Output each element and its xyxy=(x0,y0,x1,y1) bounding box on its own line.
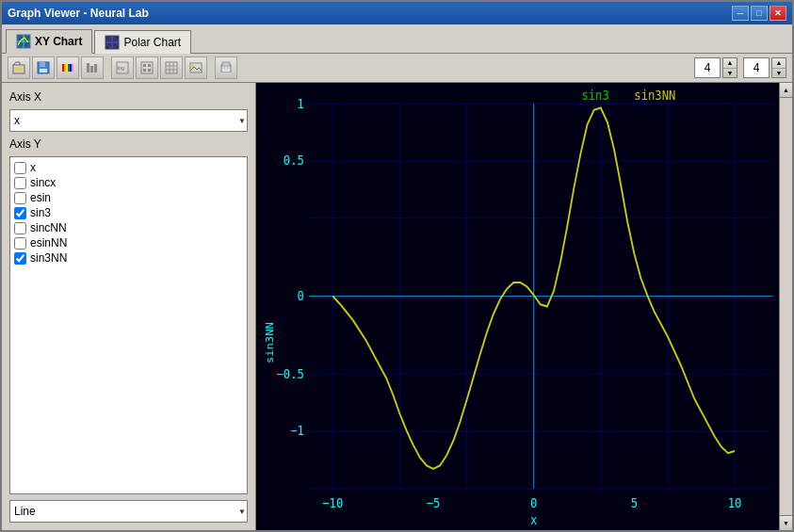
svg-rect-15 xyxy=(64,64,66,72)
axis-x-select[interactable]: x xyxy=(9,109,248,132)
toolbar-image-btn[interactable] xyxy=(185,56,207,79)
title-bar-controls: ─ □ ✕ xyxy=(732,6,786,21)
checkbox-esinNN[interactable] xyxy=(14,237,26,250)
svg-rect-22 xyxy=(94,64,97,73)
svg-text:1: 1 xyxy=(297,96,303,111)
spinner2-up[interactable]: ▲ xyxy=(772,58,786,69)
axis-y-list: x sincx esin sin3 sincNN xyxy=(9,156,248,494)
spinner2-value: 4 xyxy=(743,57,770,78)
svg-text:sin3NN: sin3NN xyxy=(634,88,675,103)
svg-rect-14 xyxy=(62,64,64,72)
tab-polar[interactable]: Polar Chart xyxy=(94,30,191,54)
svg-rect-13 xyxy=(40,69,47,73)
svg-text:0: 0 xyxy=(297,288,303,303)
checkbox-sincx[interactable] xyxy=(14,177,26,189)
minimize-button[interactable]: ─ xyxy=(732,6,749,21)
spinner2-down[interactable]: ▼ xyxy=(772,69,786,78)
chart-type-select[interactable]: Line Bar Scatter xyxy=(9,500,248,523)
svg-rect-26 xyxy=(143,64,146,67)
main-window: Graph Viewer - Neural Lab ─ □ ✕ XY Chart xyxy=(0,0,794,532)
toolbar-settings-btn[interactable] xyxy=(136,56,158,79)
settings-icon xyxy=(140,61,154,74)
svg-rect-12 xyxy=(40,62,45,67)
spinner1-value: 4 xyxy=(694,57,721,78)
svg-rect-17 xyxy=(68,64,70,72)
chart-area: 1 0.5 0 −0.5 −1 −10 −5 0 5 10 sin3NN x s… xyxy=(256,83,792,530)
chart-type-select-wrapper: Line Bar Scatter ▼ xyxy=(9,500,248,523)
grid-icon xyxy=(165,61,178,74)
maximize-button[interactable]: □ xyxy=(751,6,768,21)
svg-rect-38 xyxy=(222,62,230,66)
list-item[interactable]: sin3NN xyxy=(14,251,243,265)
tab-xy[interactable]: XY Chart xyxy=(6,29,92,54)
axis-y-label: Axis Y xyxy=(9,137,248,151)
scrollbar-up-btn[interactable]: ▲ xyxy=(780,83,792,98)
spinner1-down[interactable]: ▼ xyxy=(723,69,737,78)
toolbar-open-btn[interactable] xyxy=(8,56,30,79)
save-icon xyxy=(37,61,50,74)
axis-x-label: Axis X xyxy=(9,90,248,104)
list-item[interactable]: sincx xyxy=(14,176,243,189)
svg-rect-18 xyxy=(70,64,72,72)
tab-xy-label: XY Chart xyxy=(35,35,82,48)
svg-rect-29 xyxy=(148,69,151,72)
list-item[interactable]: esin xyxy=(14,191,243,204)
svg-rect-41 xyxy=(256,83,792,530)
main-content: Axis X x ▼ Axis Y x sincx es xyxy=(2,83,792,530)
chart-scrollbar: ▲ ▼ xyxy=(779,83,792,530)
checkbox-esin[interactable] xyxy=(14,192,26,204)
spinner2-arrows: ▲ ▼ xyxy=(771,57,786,78)
toolbar-print-btn[interactable] xyxy=(215,56,237,79)
svg-text:−1: −1 xyxy=(290,424,304,439)
svg-text:sin3NN: sin3NN xyxy=(264,322,276,363)
log-icon: log xyxy=(116,61,129,74)
bars-icon xyxy=(86,61,99,74)
svg-rect-28 xyxy=(143,69,146,72)
checkbox-x[interactable] xyxy=(14,162,26,174)
list-item[interactable]: sincNN xyxy=(14,221,243,234)
left-panel: Axis X x ▼ Axis Y x sincx es xyxy=(2,83,256,530)
title-bar-title: Graph Viewer - Neural Lab xyxy=(8,7,149,20)
axis-x-select-wrapper: x ▼ xyxy=(9,109,248,132)
list-item[interactable]: esinNN xyxy=(14,236,243,250)
svg-text:x: x xyxy=(530,513,538,528)
open-icon xyxy=(12,61,25,74)
window-title: Graph Viewer - Neural Lab xyxy=(8,7,149,20)
toolbar-save-btn[interactable] xyxy=(32,56,55,79)
spinner1-up[interactable]: ▲ xyxy=(723,58,737,69)
svg-rect-25 xyxy=(141,62,153,73)
print-icon xyxy=(219,61,233,74)
scrollbar-down-btn[interactable]: ▼ xyxy=(780,515,792,530)
polar-chart-icon xyxy=(105,35,120,50)
svg-rect-20 xyxy=(87,63,89,73)
spinner2: 4 ▲ ▼ xyxy=(743,57,786,78)
toolbar: log xyxy=(2,53,792,83)
checkbox-sin3[interactable] xyxy=(14,207,26,219)
svg-text:10: 10 xyxy=(728,495,742,510)
svg-text:0: 0 xyxy=(530,495,537,510)
svg-rect-30 xyxy=(166,62,177,73)
svg-text:sin3: sin3 xyxy=(581,88,608,103)
svg-rect-35 xyxy=(190,63,202,73)
svg-rect-16 xyxy=(66,64,68,72)
svg-text:5: 5 xyxy=(631,495,638,510)
svg-rect-21 xyxy=(90,66,93,73)
close-button[interactable]: ✕ xyxy=(770,6,786,21)
list-item[interactable]: sin3 xyxy=(14,206,243,219)
spinner1-arrows: ▲ ▼ xyxy=(722,57,737,78)
spinner1: 4 ▲ ▼ xyxy=(694,57,737,78)
checkbox-sincNN[interactable] xyxy=(14,222,26,234)
colors-icon xyxy=(61,61,74,74)
tab-polar-label: Polar Chart xyxy=(123,36,181,49)
list-item[interactable]: x xyxy=(14,161,243,174)
tab-bar: XY Chart Polar Chart xyxy=(2,24,792,53)
toolbar-colors-btn[interactable] xyxy=(57,56,79,79)
checkbox-sin3NN[interactable] xyxy=(14,252,26,265)
toolbar-bars-btn[interactable] xyxy=(81,56,104,79)
spinners-group: 4 ▲ ▼ 4 ▲ ▼ xyxy=(694,57,786,78)
svg-text:log: log xyxy=(118,65,124,71)
toolbar-log-btn[interactable]: log xyxy=(111,56,134,79)
svg-rect-19 xyxy=(72,64,73,72)
chart-svg: 1 0.5 0 −0.5 −1 −10 −5 0 5 10 sin3NN x s… xyxy=(256,83,792,530)
toolbar-grid-btn[interactable] xyxy=(160,56,183,79)
